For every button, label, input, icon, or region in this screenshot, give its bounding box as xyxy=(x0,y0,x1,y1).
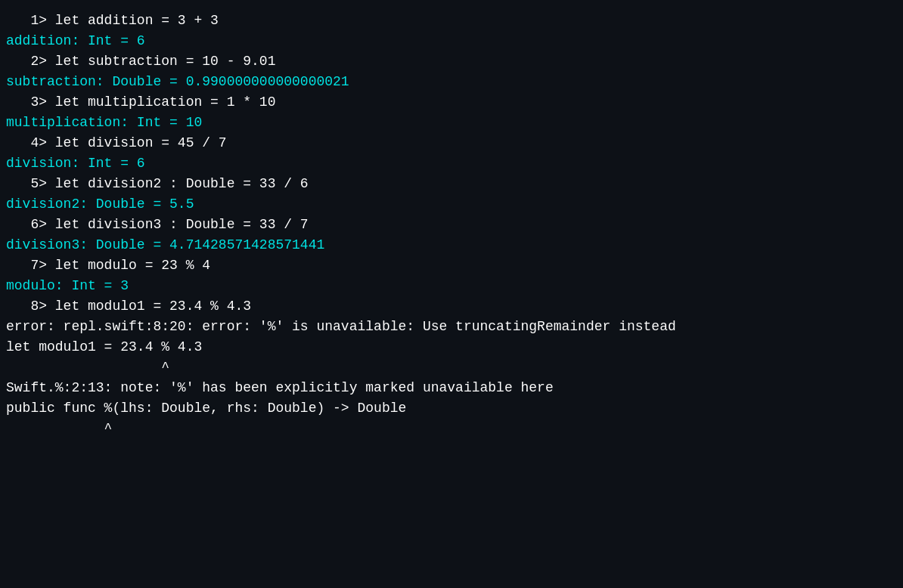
terminal-line: 3> let multiplication = 1 * 10 xyxy=(6,92,897,113)
terminal-line: 8> let modulo1 = 23.4 % 4.3 xyxy=(6,296,897,317)
terminal-line: let modulo1 = 23.4 % 4.3 xyxy=(6,337,897,357)
terminal-line: ^ xyxy=(6,419,897,439)
terminal-line: division: Int = 6 xyxy=(6,153,897,174)
terminal-line: Swift.%:2:13: note: '%' has been explici… xyxy=(6,378,897,398)
terminal-line: addition: Int = 6 xyxy=(6,31,897,51)
terminal-line: error: repl.swift:8:20: error: '%' is un… xyxy=(6,317,897,337)
terminal-line: 5> let division2 : Double = 33 / 6 xyxy=(6,174,897,194)
terminal-window: 1> let addition = 3 + 3addition: Int = 6… xyxy=(0,8,903,580)
terminal-line: subtraction: Double = 0.9900000000000000… xyxy=(6,72,897,92)
terminal-line: 4> let division = 45 / 7 xyxy=(6,133,897,153)
terminal-line: modulo: Int = 3 xyxy=(6,276,897,296)
terminal-line: 7> let modulo = 23 % 4 xyxy=(6,255,897,276)
terminal-line: ^ xyxy=(6,357,897,378)
terminal-line: multiplication: Int = 10 xyxy=(6,113,897,133)
terminal-line: 1> let addition = 3 + 3 xyxy=(6,11,897,31)
terminal-line: 2> let subtraction = 10 - 9.01 xyxy=(6,51,897,72)
terminal-line: 6> let division3 : Double = 33 / 7 xyxy=(6,215,897,235)
terminal-line: division3: Double = 4.71428571428571441 xyxy=(6,235,897,255)
terminal-line: public func %(lhs: Double, rhs: Double) … xyxy=(6,398,897,419)
terminal-line: division2: Double = 5.5 xyxy=(6,194,897,215)
